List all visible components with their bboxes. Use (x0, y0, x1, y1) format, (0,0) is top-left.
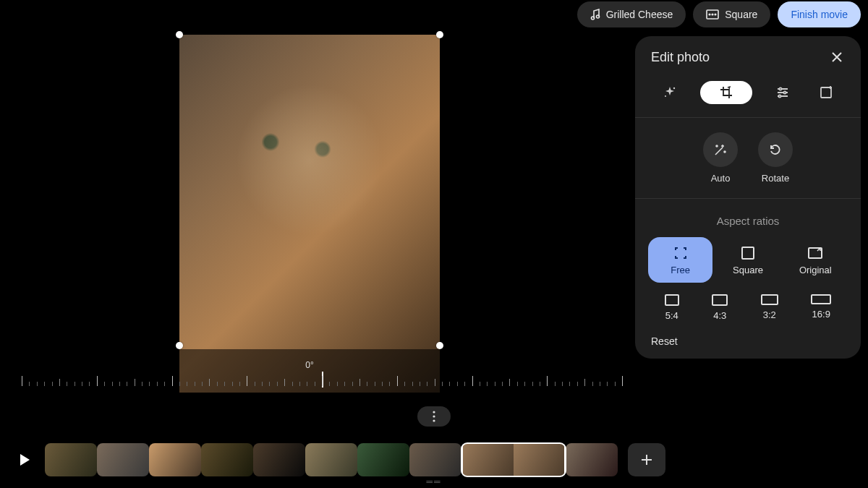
ruler-tick (127, 382, 127, 386)
free-crop-icon (671, 246, 690, 260)
ruler-tick (435, 379, 435, 386)
aspect-ratio-icon (706, 9, 719, 20)
ruler-tick (420, 382, 420, 386)
ruler-tick (562, 382, 563, 386)
ruler-tick (607, 382, 608, 386)
finish-movie-label: Finish movie (791, 9, 848, 20)
close-panel-button[interactable] (829, 49, 845, 65)
crop-overflow-mask (179, 349, 440, 393)
ruler-tick (322, 376, 323, 386)
ratio-3-2[interactable]: 3:2 (761, 294, 778, 321)
ruler-tick (232, 382, 233, 386)
ruler-tick (577, 382, 578, 386)
crop-handle-top-right[interactable] (436, 31, 443, 38)
ruler-tick (315, 382, 315, 386)
audio-track-pill[interactable]: Grilled Cheese (577, 1, 686, 27)
rotation-ruler[interactable] (22, 374, 622, 386)
ruler-tick (217, 382, 218, 386)
clip-10[interactable] (566, 443, 618, 476)
ratio-16-9[interactable]: 16:9 (811, 294, 831, 321)
ruler-tick (509, 379, 510, 386)
tab-crop[interactable] (700, 81, 752, 104)
ruler-tick (547, 376, 548, 386)
ratio-5-4[interactable]: 5:4 (665, 294, 679, 321)
ruler-tick (555, 382, 556, 386)
ruler-tick (187, 382, 187, 386)
svg-point-3 (709, 14, 710, 15)
ruler-tick (172, 376, 173, 386)
finish-movie-button[interactable]: Finish movie (778, 1, 861, 27)
ratio-4-3-label: 4:3 (713, 310, 726, 321)
ruler-tick (622, 376, 623, 386)
ruler-tick (89, 382, 90, 386)
rotate-button[interactable]: Rotate (758, 132, 793, 184)
tab-adjust[interactable] (770, 81, 796, 104)
ruler-tick (480, 382, 480, 386)
add-clip-button[interactable] (628, 443, 665, 476)
thumb (45, 443, 97, 476)
auto-label: Auto (711, 173, 731, 184)
ruler-tick (472, 376, 473, 386)
magic-wand-icon (703, 132, 738, 167)
ratio-5-4-icon (665, 294, 679, 306)
ruler-tick (359, 379, 360, 386)
aspect-ratios-title: Aspect ratios (635, 199, 861, 237)
ruler-tick (119, 382, 120, 386)
ruler-tick (149, 382, 150, 386)
svg-rect-11 (821, 87, 831, 98)
auto-button[interactable]: Auto (703, 132, 738, 184)
svg-point-12 (716, 145, 718, 147)
tab-markup[interactable] (813, 81, 839, 104)
play-button[interactable] (14, 450, 35, 470)
clip-3[interactable] (149, 443, 201, 476)
crop-handle-bottom-left[interactable] (176, 342, 183, 349)
ruler-tick (179, 382, 180, 386)
aspect-pill[interactable]: Square (693, 1, 770, 27)
svg-point-16 (433, 415, 435, 417)
reset-label: Reset (651, 335, 678, 347)
thumb (97, 443, 149, 476)
ruler-tick (37, 382, 38, 386)
clip-strip[interactable] (45, 443, 854, 476)
ruler-tick (329, 382, 330, 386)
ratio-original[interactable]: Original (783, 237, 848, 283)
clip-4[interactable] (201, 443, 253, 476)
tab-suggestions[interactable] (657, 81, 683, 104)
crop-handle-top-left[interactable] (176, 31, 183, 38)
clip-1[interactable] (45, 443, 97, 476)
ruler-tick (615, 382, 616, 386)
clip-7[interactable] (357, 443, 409, 476)
panel-title: Edit photo (651, 50, 710, 65)
rotate-ccw-icon (758, 132, 793, 167)
ruler-tick (164, 382, 165, 386)
ratio-5-4-label: 5:4 (665, 310, 678, 321)
ruler-tick (277, 382, 278, 386)
crop-handle-bottom-right[interactable] (436, 342, 443, 349)
ratio-square[interactable]: Square (715, 237, 780, 283)
ruler-tick (59, 379, 60, 386)
ruler-tick (224, 382, 225, 386)
ruler-tick (209, 379, 210, 386)
clip-9-selected[interactable] (461, 443, 566, 476)
ruler-tick (44, 382, 45, 386)
clip-more-button[interactable] (417, 406, 451, 427)
ratio-4-3[interactable]: 4:3 (712, 294, 728, 321)
photo-preview (179, 35, 440, 393)
reset-button[interactable]: Reset (635, 324, 861, 353)
clip-5[interactable] (253, 443, 305, 476)
ruler-tick (382, 382, 383, 386)
clip-2[interactable] (97, 443, 149, 476)
ruler-tick (389, 382, 390, 386)
ruler-tick (262, 382, 263, 386)
photo-crop-area[interactable] (179, 35, 440, 393)
drag-handle-icon[interactable]: ══ (426, 476, 441, 487)
ruler-tick (487, 382, 488, 386)
clip-6[interactable] (305, 443, 357, 476)
ratio-4-3-icon (712, 294, 728, 306)
ruler-tick (584, 379, 585, 386)
ratio-free[interactable]: Free (648, 237, 712, 283)
audio-track-label: Grilled Cheese (606, 9, 673, 20)
thumb (357, 443, 409, 476)
thumb (201, 443, 253, 476)
clip-8[interactable] (409, 443, 461, 476)
